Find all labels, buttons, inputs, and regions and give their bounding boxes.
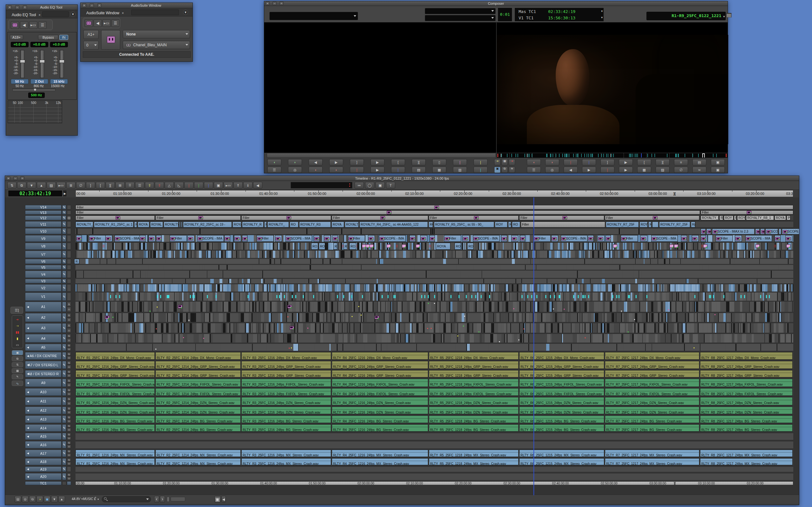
transport-button[interactable]: ≍ (693, 167, 706, 173)
toolbar-button[interactable]: T (386, 182, 395, 188)
audio-clip[interactable]: RLTY_R6_25FC_1215_24fps_DZN_Stereo_Crash… (519, 397, 604, 405)
timeline-clip[interactable] (188, 235, 194, 242)
toolbar-button[interactable]: ⇑ (234, 182, 243, 188)
track-content[interactable]: FillerSCOPE - IMAFillerSCOPE - IMAFiller… (75, 235, 793, 242)
toolbar-button[interactable]: ▣ (375, 182, 385, 188)
audio-clip[interactable]: RLTY_R8_25FC_1217_24fps_BG_Stereo_Crash.… (700, 415, 793, 423)
transport-button[interactable]: ▶ (582, 167, 596, 173)
track-header-V11[interactable]: V11 (25, 221, 61, 227)
timeline-clip[interactable] (520, 235, 525, 242)
timeline-clip[interactable]: ROYALTY_R3 (299, 222, 331, 228)
timeline-clip[interactable]: Filler (89, 235, 106, 242)
bottom-toolbar-button[interactable]: ◎ (22, 496, 29, 503)
transport-button[interactable]: ▤ (693, 159, 706, 165)
toolbar-button[interactable]: ⇧ (145, 182, 154, 188)
audio-clip[interactable]: RLTY_R6_25FC_1215_24fps_FXFOL_Stereo_Cra… (519, 388, 604, 396)
timeline-clip[interactable] (429, 235, 435, 242)
audio-clip[interactable]: RLTY_R4_25FC_1216_24fps_GRP_Stereo_Crash… (332, 370, 428, 377)
timeline-clip[interactable] (76, 235, 82, 242)
timeline-clip[interactable]: SCOPE - IMA (745, 235, 772, 242)
segment-mode-icon[interactable]: ▮▮ (14, 330, 21, 335)
timeline-clip[interactable]: ROY (495, 222, 507, 228)
audio-clip[interactable]: RLTY_R7_25FC_1217_24fps_DX_Mono_Crash.wa… (605, 352, 699, 360)
audio-clip[interactable]: RLTY_R8_25FC_1217_24fps_GRP_Stereo_Crash… (700, 370, 793, 377)
pencil-icon[interactable]: ✎ (62, 279, 66, 283)
track-header-V5[interactable]: V5 (25, 265, 61, 270)
plug-icon[interactable] (85, 19, 93, 27)
toolbar-button[interactable]: △ (165, 182, 174, 188)
audio-clip[interactable]: RLTY_R1_25FC_1216_24fps_DZN_Stereo_Crash… (75, 406, 155, 414)
mute-button[interactable]: M (67, 476, 71, 480)
track-header-A19[interactable]: ◀A19 (25, 466, 61, 472)
audio-clip[interactable]: RLTY_R1_25FC_1216_24fps_MX_Stereo_Crash.… (75, 450, 155, 457)
tool-button[interactable]: ▦ (12, 368, 23, 373)
timeline-clip[interactable]: R (508, 222, 511, 228)
pencil-icon[interactable]: ✎ (62, 466, 66, 472)
playhead[interactable] (534, 198, 534, 495)
audio-clip[interactable]: RLTY_R1_25FC_1216_24fps_BG_Stereo_Crash.… (75, 424, 155, 432)
track-content[interactable]: RLTY_R1_25FC_1216_24fps_DZN_Stereo_Crash… (75, 406, 793, 414)
transport-button[interactable]: ▣ (711, 167, 725, 173)
eq-band-slider[interactable] (20, 50, 24, 78)
track-content[interactable] (75, 473, 793, 480)
tab-close-icon[interactable]: × (39, 13, 41, 17)
timeline-clip[interactable] (181, 222, 183, 228)
track-header-V7[interactable]: V7 (25, 250, 61, 258)
timeline-clip[interactable] (224, 235, 230, 242)
track-header-V12[interactable]: V12 (25, 216, 61, 220)
track-header-A11[interactable]: ◀A11 (25, 397, 61, 405)
toolbar-button[interactable]: ⧉ (17, 182, 26, 188)
timeline-clip[interactable] (368, 235, 375, 242)
timeline-clip[interactable] (760, 228, 765, 234)
audio-clip[interactable]: RLTY_R7_25FC_1217_24fps_BG_Stereo_Crash.… (605, 415, 699, 423)
track-content[interactable] (75, 313, 793, 322)
timeline-clip[interactable]: ROYALTY_ (267, 222, 289, 228)
fast-menu-button[interactable]: ➔ (494, 159, 501, 165)
pencil-icon[interactable]: ✎ (62, 344, 66, 351)
track-content[interactable] (75, 265, 793, 270)
timeline-clip[interactable]: Filler (716, 235, 733, 242)
timeline-clip[interactable] (333, 235, 338, 242)
audio-clip[interactable]: RLTY_R1_25FC_1216_24fps_GRP_Stereo_Crash… (75, 361, 155, 369)
keyframe-button[interactable]: ≋ (509, 167, 515, 173)
toolbar-button[interactable]: ◯ (365, 182, 374, 188)
pencil-icon[interactable]: ✎ (62, 210, 66, 215)
filler-clip[interactable]: Filler (75, 216, 155, 220)
mute-button[interactable]: M (67, 428, 71, 432)
timeline-clip[interactable] (692, 235, 699, 242)
audio-clip[interactable]: RLTY_R4_25FC_1216_24fps_FXFOL_Stereo_Cra… (332, 379, 428, 387)
source-position-bar[interactable] (267, 153, 496, 158)
pencil-icon[interactable]: ✎ (62, 433, 66, 440)
transport-button[interactable]: ◗ (329, 167, 343, 173)
transport-button[interactable]: [ (637, 159, 651, 165)
search-input[interactable] (102, 496, 151, 502)
mute-button[interactable]: M (67, 462, 71, 465)
timeline-clip[interactable]: Filler (444, 235, 461, 242)
timeline-clip[interactable]: ROY (737, 216, 745, 220)
timeline-clip[interactable]: SCOPE - IMA (473, 235, 500, 242)
toolbar-button[interactable]: ][ (106, 182, 115, 188)
timeline-clip[interactable]: ROY (467, 243, 473, 250)
pencil-icon[interactable]: ✎ (62, 415, 66, 423)
timeline-view-select[interactable]: 4A 8V +MUSIC Ě ▼ (72, 496, 100, 503)
solo-button[interactable]: S (67, 397, 71, 401)
audio-clip[interactable]: RLTY_R3_25FC_1216_24fps_BG_Stereo_Crash.… (241, 424, 331, 432)
timeline-clip[interactable]: ROYALTY_R7_25F (606, 222, 639, 228)
transport-button[interactable]: ◀ (564, 167, 577, 173)
transport-button[interactable]: ▶ (329, 159, 343, 165)
transport-button[interactable]: ▶ (370, 167, 385, 173)
timeline-clip[interactable] (314, 235, 320, 242)
transport-button[interactable]: ] (350, 159, 364, 165)
eq-band-button[interactable]: 50 Hz (11, 79, 29, 84)
audio-clip[interactable]: RLTY_R4_25FC_1216_24fps_DZN_Stereo_Crash… (332, 406, 428, 414)
mute-button[interactable]: M (67, 338, 71, 343)
track-header-V13[interactable]: V13 (25, 210, 61, 215)
track-content[interactable] (75, 466, 793, 472)
timeline-clip[interactable]: ROYA (138, 222, 149, 228)
speaker-icon[interactable]: ◀ (94, 19, 102, 27)
eq-band-slider[interactable] (40, 50, 44, 78)
timeline-clip[interactable]: ROYALTY_R (701, 216, 719, 220)
timeline-clip[interactable] (148, 235, 155, 242)
track-header-A5[interactable]: ◀A5 (25, 344, 61, 351)
layout-icon[interactable]: ☰ (38, 21, 47, 29)
